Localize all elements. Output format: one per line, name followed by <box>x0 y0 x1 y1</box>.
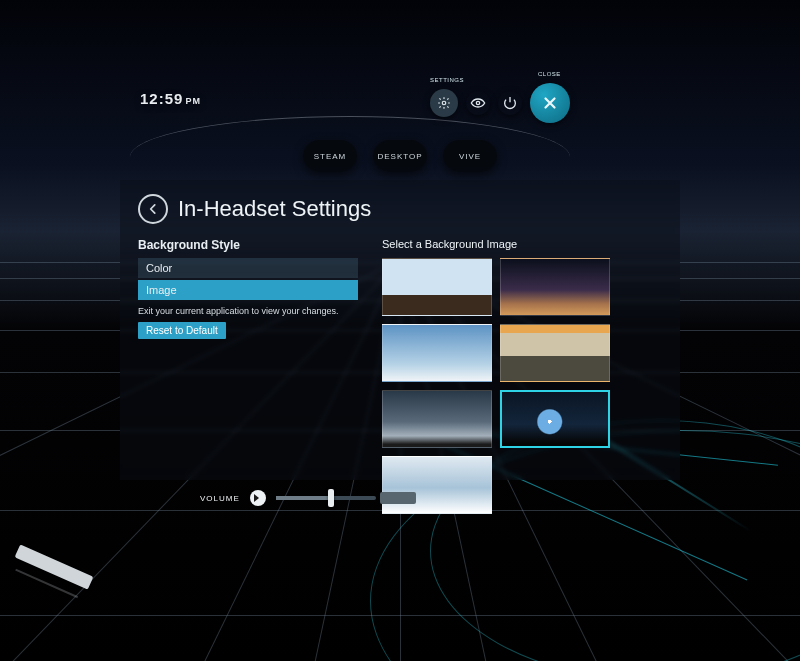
tab-label: VIVE <box>459 152 481 161</box>
volume-slider[interactable] <box>276 496 376 500</box>
close-label: CLOSE <box>538 71 561 77</box>
clock: 12:59PM <box>140 90 201 107</box>
volume-slider-thumb[interactable] <box>328 489 334 507</box>
background-thumbnail[interactable] <box>382 456 492 514</box>
option-label: Image <box>146 284 177 296</box>
settings-label: SETTINGS <box>430 77 464 83</box>
background-image-grid <box>382 258 662 514</box>
section-label-background-style: Background Style <box>138 238 358 252</box>
svg-point-1 <box>476 101 479 104</box>
hint-text: Exit your current application to view yo… <box>138 306 358 316</box>
select-background-image-label: Select a Background Image <box>382 238 662 250</box>
close-button[interactable] <box>530 83 570 123</box>
arrow-left-icon <box>146 202 160 216</box>
option-label: Color <box>146 262 172 274</box>
tab-desktop[interactable]: DESKTOP <box>373 140 427 172</box>
clock-time: 12:59 <box>140 90 183 107</box>
settings-button[interactable] <box>430 89 458 117</box>
background-thumbnail[interactable] <box>500 390 610 448</box>
speaker-icon <box>250 490 266 506</box>
settings-panel: In-Headset Settings Background Style Col… <box>120 180 680 480</box>
power-button[interactable] <box>498 91 522 115</box>
background-thumbnail[interactable] <box>382 324 492 382</box>
clock-ampm: PM <box>185 96 201 106</box>
close-icon <box>541 94 559 112</box>
background-thumbnail[interactable] <box>382 390 492 448</box>
tab-label: DESKTOP <box>377 152 422 161</box>
option-color[interactable]: Color <box>138 258 358 278</box>
tab-label: STEAM <box>314 152 347 161</box>
background-thumbnail[interactable] <box>500 258 610 316</box>
volume-control: VOLUME <box>200 490 376 506</box>
button-label: Reset to Default <box>146 325 218 336</box>
back-button[interactable] <box>138 194 168 224</box>
view-toggle-button[interactable] <box>466 91 490 115</box>
floor-marking <box>15 544 94 589</box>
background-thumbnail[interactable] <box>382 258 492 316</box>
option-image[interactable]: Image <box>138 280 358 300</box>
power-icon <box>502 95 518 111</box>
volume-slider-cap <box>380 492 416 504</box>
page-title: In-Headset Settings <box>178 196 371 222</box>
reset-to-default-button[interactable]: Reset to Default <box>138 322 226 339</box>
volume-slider-fill <box>276 496 331 500</box>
tab-steam[interactable]: STEAM <box>303 140 357 172</box>
volume-label: VOLUME <box>200 494 240 503</box>
svg-point-0 <box>442 101 446 105</box>
background-thumbnail[interactable] <box>500 324 610 382</box>
tab-vive[interactable]: VIVE <box>443 140 497 172</box>
gear-icon <box>437 96 451 110</box>
eye-icon <box>470 95 486 111</box>
